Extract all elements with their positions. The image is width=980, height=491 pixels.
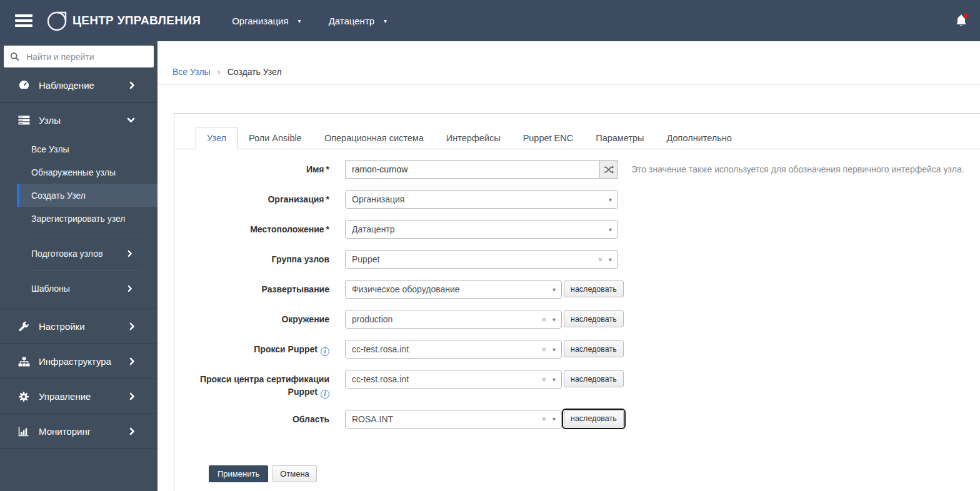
sidebar-item-infrastruktura[interactable]: Инфраструктура	[0, 344, 158, 379]
sidebar-group-administer: Управление	[0, 379, 158, 414]
cancel-button[interactable]: Отмена	[272, 465, 317, 482]
field-label: Группа узлов	[174, 250, 329, 266]
sidebar-item-label: Подготовка узлов	[31, 249, 102, 259]
field-row-realm: Область ROSA.INT × ▾ наследовать	[174, 410, 980, 429]
app-logo-icon	[44, 7, 70, 34]
sidebar-item-podgotovka-uzlov[interactable]: Подготовка узлов	[17, 242, 158, 265]
required-mark: *	[326, 224, 329, 234]
sidebar-search[interactable]	[4, 46, 154, 67]
field-label: Имя*	[174, 160, 329, 176]
environment-select[interactable]: production × ▾	[345, 310, 562, 329]
inherit-button-puppet-proxy[interactable]: наследовать	[564, 340, 624, 357]
sidebar-item-label: Инфраструктура	[39, 356, 129, 367]
tab-roli-ansible[interactable]: Роли Ansible	[238, 127, 313, 149]
tab-interfeysy[interactable]: Интерфейсы	[435, 127, 512, 149]
sidebar-group-settings: Настройки	[0, 309, 158, 344]
chevron-right-icon: ›	[218, 66, 221, 77]
form-card: Узел Роли Ansible Операционная система И…	[174, 113, 980, 491]
sidebar-item-upravlenie[interactable]: Управление	[0, 379, 158, 414]
inherit-button-puppet-ca-proxy[interactable]: наследовать	[564, 370, 624, 387]
sidebar-item-obnaruzhennye-uzly[interactable]: Обнаруженные узлы	[17, 161, 158, 184]
clear-selection-icon[interactable]: ×	[598, 255, 602, 264]
wrench-icon	[17, 321, 31, 332]
breadcrumb: Все Узлы › Создать Узел	[158, 41, 980, 85]
gear-icon	[17, 391, 31, 402]
info-icon[interactable]: i	[321, 347, 329, 356]
sidebar-item-zaregistrirovat-uzel[interactable]: Зарегистрировать узел	[17, 207, 158, 230]
search-input[interactable]	[25, 51, 148, 62]
notifications-button[interactable]	[954, 12, 969, 29]
field-label: Окружение	[174, 310, 329, 326]
divider	[31, 236, 142, 236]
field-row-location: Местоположение* Датацентр ▾	[174, 220, 980, 239]
organization-dropdown[interactable]: Организация ▾	[232, 16, 301, 26]
tab-operacionnaya-sistema[interactable]: Операционная система	[313, 127, 435, 149]
sidebar-item-nastroyki[interactable]: Настройки	[0, 309, 158, 344]
submit-button[interactable]: Применить	[209, 465, 268, 482]
puppet-proxy-select[interactable]: cc-test.rosa.int × ▾	[345, 340, 562, 359]
info-icon[interactable]: i	[321, 390, 329, 399]
location-select[interactable]: Датацентр ▾	[345, 220, 618, 239]
organization-select[interactable]: Организация ▾	[345, 190, 618, 209]
field-row-puppet-ca-proxy: Прокси центра сертификации Puppeti cc-te…	[174, 370, 980, 399]
sidebar-item-nablyudenie[interactable]: Наблюдение	[0, 68, 158, 102]
field-row-environment: Окружение production × ▾ наследовать	[174, 310, 980, 329]
chevron-down-icon	[127, 117, 135, 123]
randomize-name-button[interactable]	[599, 160, 618, 179]
sidebar-group-infrastructure: Инфраструктура	[0, 344, 158, 379]
chevron-right-icon	[129, 427, 135, 435]
sidebar-item-monitoring[interactable]: Мониторинг	[0, 414, 158, 449]
clear-selection-icon[interactable]: ×	[541, 375, 546, 384]
form-actions: Применить Отмена	[209, 465, 980, 491]
sidebar-item-vse-uzly[interactable]: Все Узлы	[17, 137, 158, 161]
inherit-button-environment[interactable]: наследовать	[564, 310, 624, 327]
inherit-button-deploy[interactable]: наследовать	[564, 280, 624, 297]
sidebar-item-label: Шаблоны	[31, 284, 70, 294]
breadcrumb-link-all-hosts[interactable]: Все Узлы	[172, 67, 211, 77]
required-mark: *	[326, 194, 329, 204]
sidebar-item-label: Наблюдение	[39, 80, 129, 91]
sidebar-item-uzly[interactable]: Узлы	[0, 103, 158, 137]
sidebar-item-sozdat-uzel[interactable]: Создать Узел	[17, 184, 158, 207]
notification-badge	[963, 13, 968, 18]
menu-toggle-button[interactable]	[15, 12, 32, 30]
sidebar-group-hosts: Узлы Все Узлы Обнаруженные узлы Создать …	[0, 103, 158, 309]
field-row-deploy: Развертывание Физическое оборудование ▾ …	[174, 280, 980, 299]
field-row-name: Имя*	[174, 160, 980, 179]
search-icon	[10, 52, 19, 61]
bell-icon	[954, 12, 969, 29]
sidebar-item-shablony[interactable]: Шаблоны	[17, 277, 158, 300]
chevron-down-icon: ▾	[298, 17, 301, 24]
deploy-select[interactable]: Физическое оборудование ▾	[345, 280, 562, 299]
sidebar-item-label: Узлы	[39, 115, 127, 126]
sitemap-icon	[17, 357, 31, 367]
chevron-right-icon	[128, 285, 132, 292]
clear-selection-icon[interactable]: ×	[541, 345, 546, 354]
header-context-nav: Организация ▾ Датацентр ▾	[232, 16, 387, 26]
caret-down-icon: ▾	[552, 286, 556, 293]
tab-puppet-enc[interactable]: Puppet ENC	[512, 127, 585, 149]
tab-parametry[interactable]: Параметры	[584, 127, 655, 149]
required-mark: *	[326, 164, 329, 174]
gauge-icon	[17, 79, 31, 91]
clear-selection-icon[interactable]: ×	[541, 315, 546, 324]
host-form: Имя*	[174, 149, 980, 491]
chevron-right-icon	[128, 250, 132, 257]
clear-selection-icon[interactable]: ×	[541, 414, 546, 424]
field-row-puppet-proxy: Прокси Puppeti cc-test.rosa.int × ▾ насл…	[174, 340, 980, 359]
chevron-right-icon	[129, 322, 135, 330]
chevron-down-icon: ▾	[384, 17, 387, 24]
hostgroup-select[interactable]: Puppet × ▾	[345, 250, 618, 269]
name-input[interactable]	[345, 160, 599, 179]
tab-dopolnitelno[interactable]: Дополнительно	[656, 127, 743, 149]
inherit-button-realm[interactable]: наследовать	[564, 410, 624, 427]
puppet-ca-proxy-select[interactable]: cc-test.rosa.int × ▾	[345, 370, 562, 389]
caret-down-icon: ▾	[609, 226, 612, 233]
chevron-right-icon	[129, 392, 135, 400]
realm-select[interactable]: ROSA.INT × ▾	[345, 410, 562, 429]
caret-down-icon: ▾	[552, 346, 556, 353]
sidebar-item-label: Мониторинг	[39, 426, 129, 437]
breadcrumb-current: Создать Узел	[228, 67, 282, 77]
tab-uzel[interactable]: Узел	[196, 127, 238, 149]
location-dropdown[interactable]: Датацентр ▾	[329, 16, 388, 26]
